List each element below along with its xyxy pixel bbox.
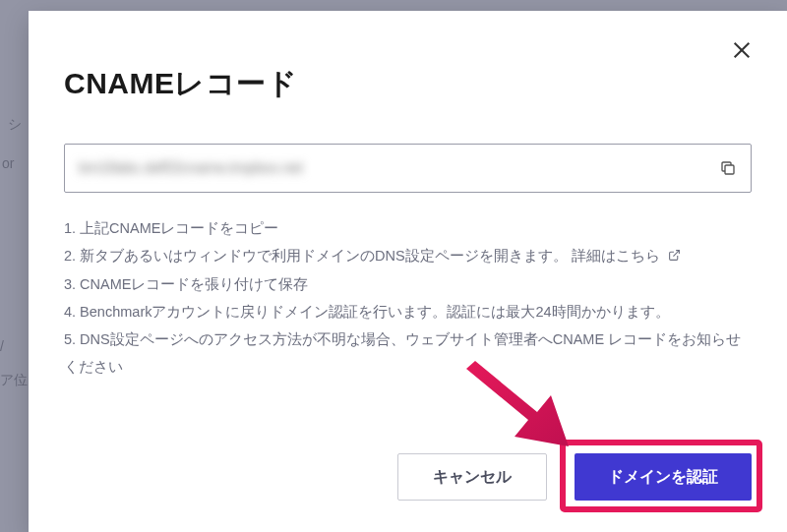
external-link-icon	[668, 249, 681, 262]
svg-rect-2	[725, 165, 734, 174]
copy-icon[interactable]	[719, 159, 737, 177]
cancel-button[interactable]: キャンセル	[397, 453, 547, 501]
cname-record-field[interactable]: bm18abc.def02cname.tmpbox.net	[64, 144, 752, 193]
instruction-item: 2. 新タブあるいはウィンドウで利用ドメインのDNS設定ページを開きます。 詳細…	[64, 242, 752, 269]
bg-text: or	[2, 155, 14, 171]
bg-text: シ	[8, 116, 22, 134]
instruction-item: 3. CNAMEレコードを張り付けて保存	[64, 270, 752, 298]
svg-line-3	[673, 251, 679, 257]
instruction-item: 4. Benchmarkアカウントに戻りドメイン認証を行います。認証には最大24…	[64, 298, 752, 325]
details-link[interactable]: 詳細はこちら	[572, 248, 660, 264]
instruction-item: 1. 上記CNAMEレコードをコピー	[64, 214, 752, 242]
cname-record-modal: CNAMEレコード bm18abc.def02cname.tmpbox.net …	[29, 11, 787, 532]
bg-text: /	[0, 338, 4, 354]
modal-title: CNAMEレコード	[64, 64, 752, 104]
cname-value: bm18abc.def02cname.tmpbox.net	[79, 159, 719, 177]
close-icon	[731, 39, 753, 61]
instructions-list: 1. 上記CNAMEレコードをコピー 2. 新タブあるいはウィンドウで利用ドメイ…	[64, 214, 752, 382]
verify-domain-button[interactable]: ドメインを認証	[575, 453, 752, 501]
instruction-item: 5. DNS設定ページへのアクセス方法が不明な場合、ウェブサイト管理者へCNAM…	[64, 325, 752, 382]
instruction-text: 2. 新タブあるいはウィンドウで利用ドメインのDNS設定ページを開きます。	[64, 248, 568, 264]
bg-text: ア位	[0, 372, 28, 389]
modal-button-row: キャンセル ドメインを認証	[397, 453, 752, 501]
close-button[interactable]	[728, 36, 756, 64]
